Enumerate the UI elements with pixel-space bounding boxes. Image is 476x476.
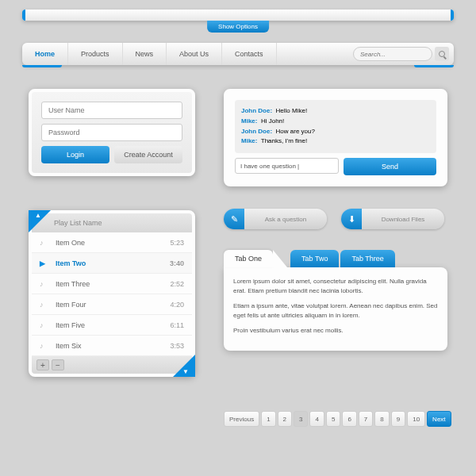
chat-line: Mike: Hi John!	[241, 117, 430, 127]
send-button[interactable]: Send	[344, 158, 436, 175]
search-wrap	[353, 47, 449, 61]
tab-paragraph: Lorem ipsum dolor sit amet, consectetur …	[233, 277, 438, 296]
item-time: 2:52	[170, 280, 184, 288]
item-name: Item One	[51, 239, 170, 247]
nav-contacts[interactable]: Contacts	[222, 43, 277, 65]
top-bar: Show Options	[22, 10, 454, 21]
chat-line: John Doe: How are you?	[241, 127, 430, 137]
playlist-item[interactable]: ♪Item Three2:52	[32, 274, 192, 294]
prev-button[interactable]: Previous	[224, 411, 259, 427]
playlist-footer: + − ▼	[32, 356, 192, 374]
ask-label: Ask a question	[244, 216, 327, 223]
create-account-button[interactable]: Create Account	[114, 146, 182, 163]
music-note-icon: ♪	[40, 280, 51, 288]
playlist-item[interactable]: ▶Item Two3:40	[32, 253, 192, 274]
item-name: Item Four	[51, 301, 170, 309]
tab-paragraph: Proin vestibulum varius erat nec mollis.	[233, 326, 438, 336]
chat-line: John Doe: Hello Mike!	[241, 106, 430, 117]
tab-content: Lorem ipsum dolor sit amet, consectetur …	[224, 267, 447, 351]
item-name: Item Five	[51, 321, 170, 329]
download-button[interactable]: ⬇ Download Files	[341, 209, 444, 229]
page-7[interactable]: 7	[359, 411, 373, 427]
item-time: 3:40	[170, 259, 184, 267]
playlist-header: ▲ Play List Name	[32, 213, 192, 232]
music-note-icon: ♪	[40, 321, 51, 329]
page-10[interactable]: 10	[407, 411, 425, 427]
tab-paragraph: Etiam a ipsum ante, vitae volutpat lorem…	[233, 301, 438, 321]
search-input[interactable]	[353, 47, 432, 61]
page-8[interactable]: 8	[374, 411, 389, 427]
nav-products[interactable]: Products	[68, 43, 123, 65]
page-2[interactable]: 2	[278, 411, 292, 427]
page-4[interactable]: 4	[309, 411, 324, 427]
tab-two[interactable]: Tab Two	[290, 250, 339, 267]
chat-line: Mike: Thanks, I'm fine!	[241, 136, 430, 147]
item-name: Item Six	[51, 342, 170, 350]
page-6[interactable]: 6	[342, 411, 356, 427]
speech-tail	[251, 177, 267, 193]
item-name: Item Three	[51, 280, 170, 288]
playlist-item[interactable]: ♪Item Four4:20	[32, 294, 192, 315]
download-label: Download Files	[362, 216, 444, 223]
playlist-title: Play List Name	[54, 219, 102, 227]
arrow-up-icon: ▲	[35, 212, 41, 219]
tab-three[interactable]: Tab Three	[340, 250, 394, 267]
login-button[interactable]: Login	[41, 146, 109, 163]
page-9[interactable]: 9	[391, 411, 405, 427]
playlist-item[interactable]: ♪Item Five6:11	[32, 315, 192, 336]
page-5[interactable]: 5	[326, 411, 340, 427]
chat-input[interactable]	[235, 158, 339, 174]
item-time: 5:23	[170, 239, 184, 247]
tab-row: Tab One Tab Two Tab Three	[224, 250, 447, 267]
nav-home[interactable]: Home	[22, 43, 68, 65]
playlist-item[interactable]: ♪Item One5:23	[32, 232, 192, 253]
search-button[interactable]	[435, 47, 449, 61]
ask-question-button[interactable]: ✎ Ask a question	[224, 209, 327, 229]
playlist-item[interactable]: ♪Item Six3:53	[32, 336, 192, 356]
remove-button[interactable]: −	[52, 359, 64, 370]
add-button[interactable]: +	[36, 359, 49, 370]
item-time: 6:11	[170, 321, 184, 329]
music-note-icon: ♪	[40, 301, 51, 309]
chat-messages: John Doe: Hello Mike! Mike: Hi John! Joh…	[235, 100, 436, 153]
chat-bubble-icon: ✎	[224, 209, 244, 229]
username-field[interactable]	[41, 102, 182, 119]
music-note-icon: ♪	[40, 239, 51, 247]
item-name: Item Two	[51, 259, 170, 267]
nav-about[interactable]: About Us	[167, 43, 222, 65]
tabs-panel: Tab One Tab Two Tab Three Lorem ipsum do…	[224, 250, 447, 351]
chat-panel: John Doe: Hello Mike! Mike: Hi John! Joh…	[224, 89, 447, 186]
action-buttons: ✎ Ask a question ⬇ Download Files	[224, 209, 444, 229]
play-icon: ▶	[40, 259, 51, 267]
item-time: 3:53	[170, 342, 184, 350]
arrow-down-icon: ▼	[182, 368, 189, 375]
playlist-panel: ▲ Play List Name ♪Item One5:23▶Item Two3…	[29, 210, 195, 377]
item-time: 4:20	[170, 301, 184, 309]
music-note-icon: ♪	[40, 342, 51, 350]
search-icon	[439, 51, 445, 57]
next-button[interactable]: Next	[427, 411, 451, 427]
page-1[interactable]: 1	[261, 411, 275, 427]
tab-one[interactable]: Tab One	[224, 250, 273, 267]
playlist-list: ♪Item One5:23▶Item Two3:40♪Item Three2:5…	[32, 232, 192, 356]
download-icon: ⬇	[341, 209, 362, 229]
nav-news[interactable]: News	[123, 43, 167, 65]
page-3[interactable]: 3	[294, 411, 308, 427]
nav-bar: Home Products News About Us Contacts	[22, 43, 454, 65]
show-options-tab[interactable]: Show Options	[207, 21, 269, 33]
login-panel: Login Create Account	[29, 89, 195, 176]
pagination: Previous 12345678910 Next	[224, 411, 451, 427]
password-field[interactable]	[41, 124, 182, 141]
